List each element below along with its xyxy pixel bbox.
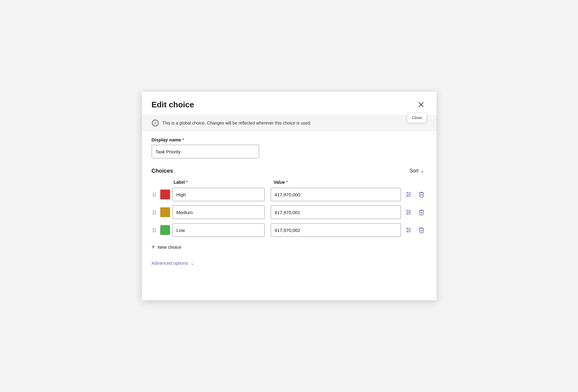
choice-value-input[interactable] <box>271 223 401 237</box>
edit-choice-dialog: Edit choice Close i This is a global cho… <box>142 92 436 300</box>
value-required: * <box>286 180 288 185</box>
svg-point-15 <box>407 228 408 229</box>
value-column-header: Value * <box>274 180 427 185</box>
svg-point-17 <box>409 229 410 231</box>
settings-icon <box>405 227 412 233</box>
trash-icon <box>418 227 425 233</box>
choice-label-input[interactable] <box>173 188 265 201</box>
choices-header: Choices Sort ⌄ <box>152 167 427 175</box>
display-name-input[interactable] <box>152 145 259 158</box>
close-tooltip: Close <box>407 113 426 123</box>
color-swatch[interactable] <box>160 190 170 199</box>
svg-point-3 <box>407 192 408 194</box>
settings-icon <box>405 191 412 198</box>
choice-settings-button[interactable] <box>403 189 414 200</box>
choice-value-input[interactable] <box>271 206 401 219</box>
svg-point-13 <box>407 213 408 215</box>
settings-icon <box>405 209 412 216</box>
choice-rows <box>152 188 427 237</box>
choices-title: Choices <box>152 168 173 174</box>
choices-columns-header: Label * Value * <box>152 180 427 185</box>
table-row <box>152 206 427 219</box>
advanced-options-button[interactable]: Advanced options ⌄ <box>152 258 194 268</box>
choice-delete-button[interactable] <box>416 207 427 217</box>
choice-delete-button[interactable] <box>416 225 427 235</box>
table-row <box>152 223 427 237</box>
plus-icon: + <box>152 244 155 251</box>
svg-point-9 <box>407 210 408 211</box>
dialog-header: Edit choice Close <box>142 92 436 115</box>
close-icon <box>418 102 424 107</box>
choice-settings-button[interactable] <box>403 225 414 235</box>
dialog-body: Display name * Choices Sort ⌄ Label * <box>142 137 436 275</box>
display-name-required: * <box>182 137 184 142</box>
choice-settings-button[interactable] <box>403 207 414 217</box>
svg-point-5 <box>409 194 410 195</box>
svg-point-7 <box>407 196 408 197</box>
drag-handle[interactable] <box>152 209 158 216</box>
label-column-header: Label * <box>174 180 269 185</box>
trash-icon <box>418 209 425 216</box>
sort-button[interactable]: Sort ⌄ <box>407 167 426 175</box>
info-icon: i <box>152 120 159 126</box>
svg-point-19 <box>407 231 408 233</box>
label-required: * <box>186 180 188 185</box>
info-banner: i This is a global choice. Changes will … <box>142 115 436 131</box>
choice-label-input[interactable] <box>173 206 265 219</box>
new-choice-button[interactable]: + New choice <box>152 241 181 253</box>
trash-icon <box>418 191 425 198</box>
color-swatch[interactable] <box>160 207 170 217</box>
table-row <box>152 188 427 201</box>
svg-point-11 <box>409 212 410 213</box>
drag-handle[interactable] <box>152 227 158 233</box>
close-button[interactable] <box>416 99 427 110</box>
info-banner-text: This is a global choice. Changes will be… <box>162 121 312 125</box>
advanced-options-chevron-icon: ⌄ <box>191 261 194 266</box>
choices-section: Choices Sort ⌄ Label * Value * <box>152 167 427 253</box>
color-swatch[interactable] <box>160 225 170 235</box>
sort-chevron-icon: ⌄ <box>421 168 424 173</box>
choice-delete-button[interactable] <box>416 189 427 200</box>
display-name-label: Display name * <box>152 137 427 142</box>
display-name-field: Display name * <box>152 137 427 158</box>
choice-label-input[interactable] <box>173 223 265 237</box>
drag-handle[interactable] <box>152 191 158 198</box>
dialog-title: Edit choice <box>152 100 194 110</box>
choice-value-input[interactable] <box>271 188 401 201</box>
